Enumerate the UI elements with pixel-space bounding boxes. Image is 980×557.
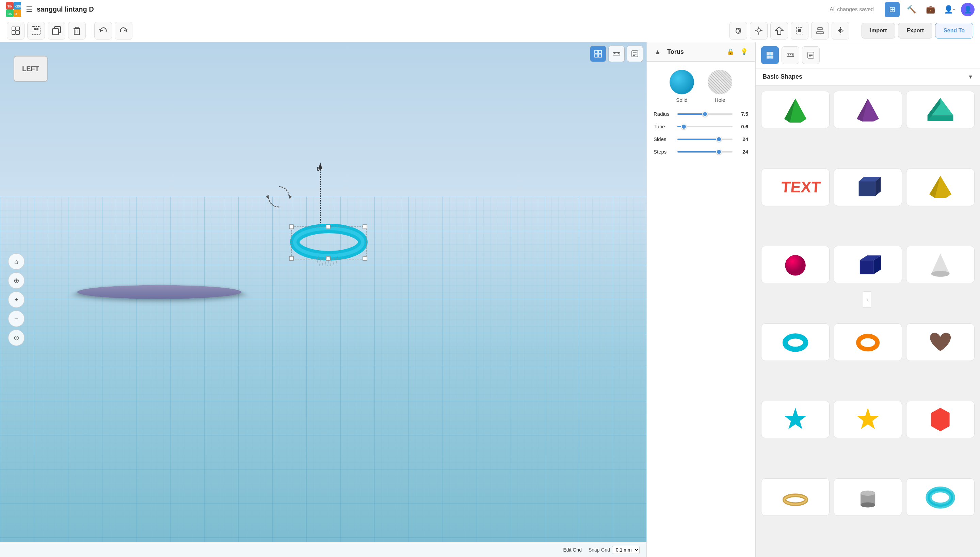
- shapes-dropdown[interactable]: ▼: [968, 74, 973, 80]
- shapes-grid: TEXT: [756, 85, 980, 557]
- align-tool[interactable]: [811, 22, 829, 39]
- collapse-button[interactable]: ▲: [652, 46, 663, 57]
- visibility-button[interactable]: 💡: [739, 46, 749, 57]
- group-button[interactable]: [7, 22, 24, 39]
- shape-gold-star[interactable]: [834, 401, 902, 438]
- svg-rect-61: [289, 225, 293, 229]
- solid-option[interactable]: Solid: [670, 70, 694, 103]
- shapes-panel-title: Basic Shapes: [762, 73, 802, 80]
- radius-slider[interactable]: [678, 113, 733, 115]
- avatar[interactable]: 👤: [961, 3, 975, 16]
- mirror-tool[interactable]: [832, 22, 849, 39]
- delete-button[interactable]: [68, 22, 86, 39]
- shape-purple-pyramid[interactable]: [834, 91, 902, 129]
- steps-slider[interactable]: [678, 151, 733, 153]
- ungroup-button[interactable]: [27, 22, 45, 39]
- edit-grid-button[interactable]: Edit Grid: [563, 547, 582, 552]
- svg-marker-37: [838, 29, 840, 33]
- svg-marker-113: [931, 407, 950, 431]
- undo-button[interactable]: [94, 22, 112, 39]
- light-tool[interactable]: [750, 22, 767, 39]
- steps-value[interactable]: 24: [736, 149, 748, 155]
- shape-gold-ring[interactable]: [761, 478, 830, 516]
- shape-teal-pipe[interactable]: [906, 478, 975, 516]
- tube-value[interactable]: 0.6: [736, 124, 748, 129]
- shapes-notes-btn[interactable]: [802, 46, 820, 64]
- select-tool[interactable]: [770, 22, 788, 39]
- svg-marker-55: [266, 195, 268, 199]
- app-logo: TIN KER CA D: [5, 2, 22, 18]
- tube-row: Tube 0.6: [653, 124, 748, 129]
- shape-text[interactable]: TEXT: [761, 169, 830, 206]
- menu-icon[interactable]: ☰: [26, 5, 33, 14]
- shapes-grid-btn[interactable]: [761, 46, 779, 64]
- shape-yellow-pyramid[interactable]: [906, 169, 975, 206]
- svg-text:TIN: TIN: [8, 5, 13, 8]
- svg-point-103: [785, 255, 805, 275]
- shape-white-cone[interactable]: [906, 246, 975, 283]
- shapes-header: Basic Shapes ▼: [756, 68, 980, 85]
- radius-value[interactable]: 7.5: [736, 111, 748, 117]
- svg-rect-78: [770, 55, 774, 59]
- shape-magenta-sphere[interactable]: [761, 246, 830, 283]
- shape-red-hex[interactable]: [906, 401, 975, 438]
- sides-label: Sides: [653, 136, 674, 142]
- svg-rect-17: [74, 29, 80, 35]
- svg-text:D: D: [15, 12, 17, 16]
- ruler-btn[interactable]: [608, 46, 625, 62]
- right-panel: ▲ Torus 🔒 💡 Solid Hole: [647, 42, 980, 557]
- svg-rect-45: [613, 52, 620, 55]
- solid-circle: [670, 70, 694, 94]
- lock-button[interactable]: 🔒: [725, 46, 736, 57]
- import-button[interactable]: Import: [861, 23, 895, 39]
- sides-slider[interactable]: [678, 138, 733, 140]
- topbar: TIN KER CA D ☰ sanggul lintang D All cha…: [0, 0, 980, 19]
- sendto-button[interactable]: Send To: [935, 23, 973, 39]
- tube-slider[interactable]: [678, 126, 733, 127]
- document-title[interactable]: sanggul lintang D: [37, 5, 826, 13]
- torus-object[interactable]: [284, 212, 373, 266]
- construct-btn[interactable]: 🔨: [904, 2, 919, 17]
- shape-blue-box[interactable]: [834, 169, 902, 206]
- toolbar-separator: [90, 24, 90, 37]
- svg-rect-14: [36, 28, 39, 30]
- shape-cyan-star[interactable]: [761, 401, 830, 438]
- shapes-ruler-btn[interactable]: [782, 46, 799, 64]
- snap-grid-select[interactable]: 0.1 mm 0.5 mm 1.0 mm: [612, 546, 640, 554]
- viewport[interactable]: LEFT ⌂ ⊕ + − ⊙: [0, 42, 647, 557]
- redo-button[interactable]: [115, 22, 132, 39]
- svg-rect-77: [767, 55, 770, 59]
- orientation-label[interactable]: LEFT: [14, 56, 48, 82]
- svg-rect-63: [363, 225, 367, 229]
- shapes-tools: [756, 42, 980, 68]
- svg-rect-43: [595, 54, 598, 57]
- sides-value[interactable]: 24: [736, 136, 748, 142]
- shape-teal-torus[interactable]: [761, 323, 830, 361]
- hole-label: Hole: [715, 97, 725, 103]
- properties-panel: ▲ Torus 🔒 💡 Solid Hole: [647, 42, 755, 557]
- grid-view-btn[interactable]: ⊞: [885, 2, 900, 17]
- shape-orange-torus[interactable]: [834, 323, 902, 361]
- svg-rect-10: [12, 31, 15, 34]
- toolbar: Import Export Send To: [0, 19, 980, 42]
- duplicate-button[interactable]: [48, 22, 65, 39]
- rotate-handle[interactable]: [265, 183, 296, 214]
- add-user-btn[interactable]: 👤+: [942, 2, 957, 17]
- export-button[interactable]: Export: [898, 23, 932, 39]
- shape-green-pyramid[interactable]: [761, 91, 830, 129]
- grid-toggle-btn[interactable]: [590, 46, 606, 62]
- select2-tool[interactable]: [791, 22, 808, 39]
- notes-btn[interactable]: [627, 46, 643, 62]
- svg-rect-66: [363, 256, 367, 261]
- disk-object[interactable]: [69, 285, 250, 299]
- expand-panel-button[interactable]: ›: [863, 292, 871, 308]
- shape-brown-heart[interactable]: [906, 323, 975, 361]
- shape-blue-cube[interactable]: [834, 246, 902, 283]
- shape-gray-cylinder[interactable]: [834, 478, 902, 516]
- hole-option[interactable]: Hole: [708, 70, 732, 103]
- camera-tool[interactable]: [730, 22, 747, 39]
- svg-text:KER: KER: [15, 5, 21, 8]
- projects-btn[interactable]: 💼: [923, 2, 938, 17]
- svg-point-117: [861, 490, 875, 496]
- shape-teal-prism[interactable]: [906, 91, 975, 129]
